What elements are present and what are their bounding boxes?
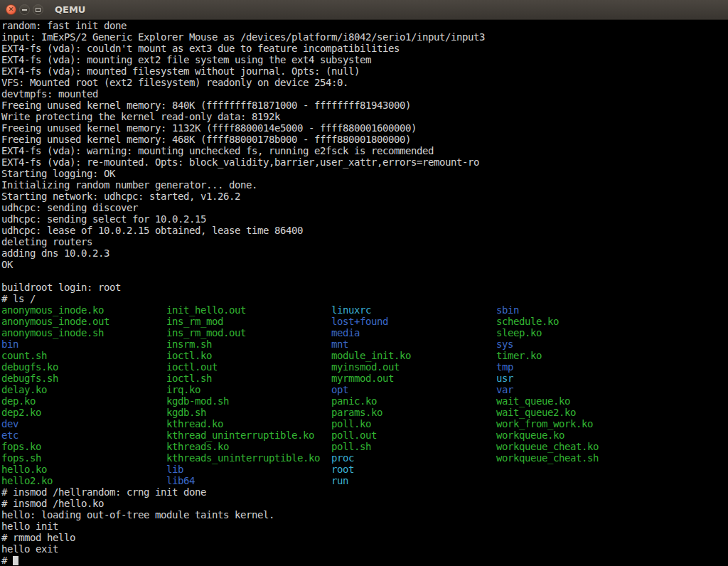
- terminal-text: Freeing unused kernel memory: 468K (ffff…: [1, 134, 411, 145]
- terminal-line: hello init: [1, 520, 728, 532]
- ls-entry: params.ko: [331, 407, 496, 418]
- terminal-line: # ls /: [1, 293, 728, 304]
- ls-entry: ins_rm_mod: [166, 316, 331, 327]
- terminal-text: EXT4-fs (vda): warning: mounting uncheck…: [1, 145, 434, 156]
- terminal-text: udhcpc: sending discover: [1, 202, 138, 213]
- ls-entry: usr: [496, 373, 513, 384]
- ls-entry: lost+found: [331, 316, 496, 327]
- ls-entry: ioctl.out: [166, 361, 331, 373]
- ls-entry: kgdb-mod.sh: [166, 395, 331, 407]
- terminal-line: udhcpc: sending discover: [1, 202, 728, 213]
- ls-entry: wait_queue.ko: [496, 395, 570, 407]
- terminal-line: EXT4-fs (vda): mounted filesystem withou…: [1, 65, 728, 77]
- ls-entry: proc: [331, 452, 496, 464]
- ls-entry: module_init.ko: [331, 350, 496, 361]
- terminal-line: random: fast init done: [1, 20, 728, 31]
- terminal-line: Starting network: udhcpc: started, v1.26…: [1, 191, 728, 202]
- ls-entry: delay.ko: [1, 384, 166, 395]
- window-title: QEMU: [55, 4, 85, 15]
- ls-entry: irq.ko: [166, 384, 331, 395]
- ls-entry: sys: [496, 338, 513, 350]
- minimize-button[interactable]: [19, 4, 30, 15]
- ls-output-row: dep2.ko kgdb.sh params.ko wait_queue2.ko: [1, 407, 728, 418]
- ls-output-row: hello.ko lib root: [1, 464, 728, 475]
- ls-entry: kthreads.ko: [166, 441, 331, 452]
- terminal-text: # insmod /hello.ko: [1, 498, 104, 509]
- ls-entry: ioctl.sh: [166, 373, 331, 384]
- ls-output-row: fops.sh kthreads_uninterruptible.ko proc…: [1, 452, 728, 464]
- ls-entry: opt: [331, 384, 496, 395]
- ls-entry: workqueue_cheat.sh: [496, 452, 599, 464]
- ls-entry: workqueue.ko: [496, 429, 564, 441]
- terminal-line: input: ImExPS/2 Generic Explorer Mouse a…: [1, 31, 728, 43]
- terminal-line: udhcpc: lease of 10.0.2.15 obtained, lea…: [1, 225, 728, 236]
- minimize-icon: [22, 9, 27, 11]
- terminal-text: hello init: [1, 520, 58, 532]
- terminal-text: VFS: Mounted root (ext2 filesystem) read…: [1, 77, 348, 88]
- terminal-line: buildroot login: root: [1, 282, 728, 293]
- ls-entry: root: [331, 464, 354, 475]
- ls-entry: debugfs.ko: [1, 361, 166, 373]
- ls-entry: schedule.ko: [496, 316, 559, 327]
- titlebar[interactable]: ✕ QEMU: [0, 0, 728, 20]
- ls-entry: sleep.ko: [496, 327, 542, 338]
- terminal-line: EXT4-fs (vda): mounting ext2 file system…: [1, 54, 728, 65]
- ls-entry: panic.ko: [331, 395, 496, 407]
- ls-entry: timer.ko: [496, 350, 542, 361]
- terminal-line: [1, 270, 728, 282]
- ls-entry: ins_rm_mod.out: [166, 327, 331, 338]
- ls-output-row: anonymous_inode.out ins_rm_mod lost+foun…: [1, 316, 728, 327]
- terminal-text: buildroot login: root: [1, 282, 121, 293]
- terminal-text: devtmpfs: mounted: [1, 88, 98, 100]
- maximize-icon: [36, 8, 41, 12]
- terminal-line: VFS: Mounted root (ext2 filesystem) read…: [1, 77, 728, 88]
- terminal-line: Freeing unused kernel memory: 840K (ffff…: [1, 100, 728, 111]
- terminal-cursor: [13, 556, 18, 565]
- terminal-line: Initializing random number generator... …: [1, 179, 728, 191]
- ls-output-row: debugfs.ko ioctl.out myinsmod.out tmp: [1, 361, 728, 373]
- ls-entry: tmp: [496, 361, 513, 373]
- ls-entry: anonymous_inode.ko: [1, 304, 166, 316]
- terminal-text: hello: loading out-of-tree module taints…: [1, 509, 274, 520]
- ls-entry: poll.sh: [331, 441, 496, 452]
- ls-entry: linuxrc: [331, 304, 496, 316]
- maximize-button[interactable]: [33, 4, 43, 15]
- terminal-text: random: fast init done: [1, 20, 127, 31]
- terminal-text: EXT4-fs (vda): re-mounted. Opts: block_v…: [1, 156, 479, 168]
- ls-entry: myrmmod.out: [331, 373, 496, 384]
- ls-entry: kgdb.sh: [166, 407, 331, 418]
- ls-entry: dep2.ko: [1, 407, 166, 418]
- terminal-text: # insmod /hellrandom: crng init done: [1, 486, 206, 498]
- ls-entry: debugfs.sh: [1, 373, 166, 384]
- ls-entry: var: [496, 384, 513, 395]
- ls-entry: kthreads_uninterruptible.ko: [166, 452, 331, 464]
- ls-entry: anonymous_inode.out: [1, 316, 166, 327]
- ls-entry: poll.out: [331, 429, 496, 441]
- ls-entry: dev: [1, 418, 166, 429]
- ls-output-row: bin insrm.sh mnt sys: [1, 338, 728, 350]
- ls-output-row: dev kthread.ko poll.ko work_from_work.ko: [1, 418, 728, 429]
- ls-entry: bin: [1, 338, 166, 350]
- ls-output-row: debugfs.sh ioctl.sh myrmmod.out usr: [1, 373, 728, 384]
- ls-entry: poll.ko: [331, 418, 496, 429]
- terminal-line: # insmod /hellrandom: crng init done: [1, 486, 728, 498]
- terminal-line: EXT4-fs (vda): re-mounted. Opts: block_v…: [1, 156, 728, 168]
- ls-entry: hello.ko: [1, 464, 166, 475]
- terminal[interactable]: random: fast init doneinput: ImExPS/2 Ge…: [0, 20, 728, 566]
- ls-output-row: etc kthread_uninterruptible.ko poll.out …: [1, 429, 728, 441]
- terminal-line: Freeing unused kernel memory: 468K (ffff…: [1, 134, 728, 145]
- terminal-text: deleting routers: [1, 236, 92, 247]
- ls-entry: dep.ko: [1, 395, 166, 407]
- ls-entry: etc: [1, 429, 166, 441]
- ls-entry: fops.sh: [1, 452, 166, 464]
- terminal-line: hello exit: [1, 543, 728, 555]
- close-button[interactable]: ✕: [6, 4, 16, 15]
- terminal-text: EXT4-fs (vda): mounting ext2 file system…: [1, 54, 371, 65]
- terminal-line: adding dns 10.0.2.3: [1, 247, 728, 259]
- terminal-line: EXT4-fs (vda): warning: mounting uncheck…: [1, 145, 728, 156]
- ls-output-row: fops.ko kthreads.ko poll.sh workqueue_ch…: [1, 441, 728, 452]
- terminal-text: udhcpc: sending select for 10.0.2.15: [1, 213, 206, 225]
- terminal-line: Freeing unused kernel memory: 1132K (fff…: [1, 122, 728, 134]
- terminal-line: # insmod /hello.ko: [1, 498, 728, 509]
- terminal-text: Freeing unused kernel memory: 1132K (fff…: [1, 122, 417, 134]
